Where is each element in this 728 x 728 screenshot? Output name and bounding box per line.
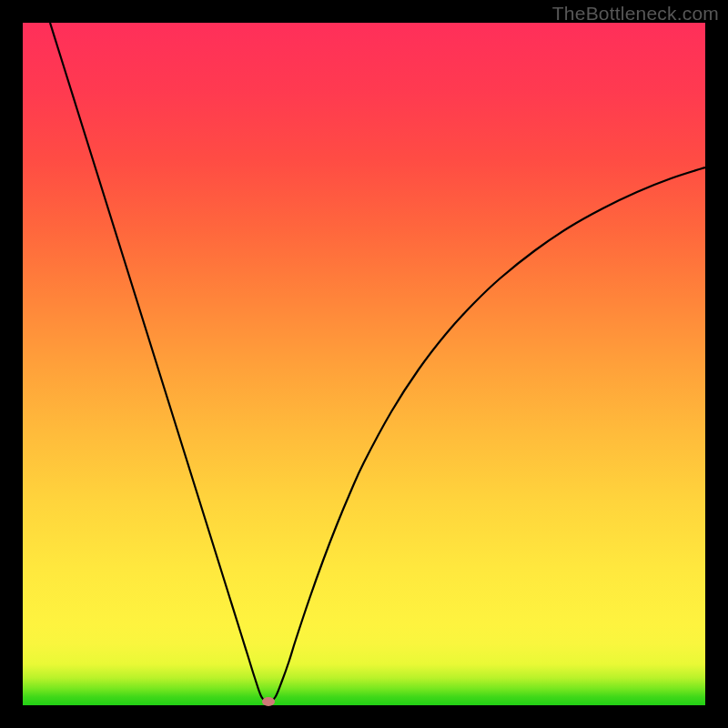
- watermark-text: TheBottleneck.com: [552, 3, 719, 25]
- chart-frame: TheBottleneck.com: [0, 0, 728, 728]
- optimal-point-marker: [262, 697, 275, 706]
- bottleneck-curve: [23, 23, 705, 705]
- plot-area: [23, 23, 705, 705]
